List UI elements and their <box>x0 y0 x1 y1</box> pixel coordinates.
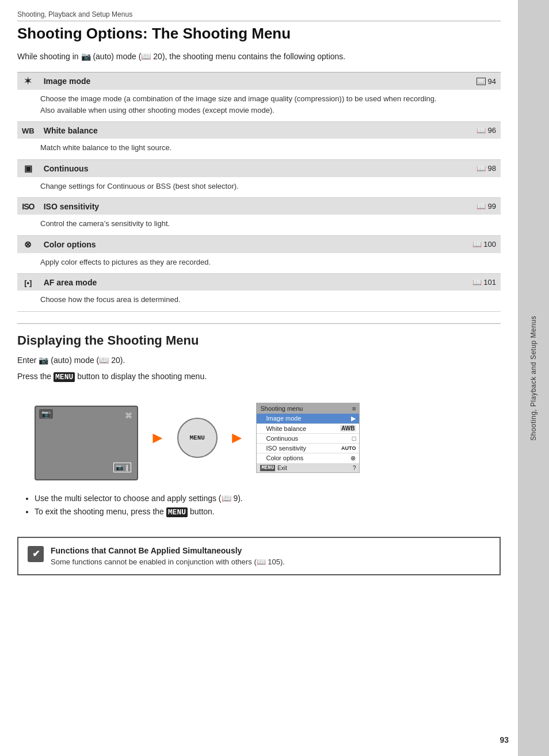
menu-button-circle[interactable]: MENU <box>177 418 218 458</box>
page-number: 93 <box>500 735 509 744</box>
sm-row-image-mode[interactable]: Image mode ▶ <box>257 414 359 424</box>
bullet-item-1: Use the multi selector to choose and app… <box>35 492 501 506</box>
color-options-page: 📖 100 <box>345 235 501 253</box>
white-balance-icon: WB <box>17 122 39 139</box>
main-content: Shooting, Playback and Setup Menus Shoot… <box>0 0 518 756</box>
menu-row-af-desc: Choose how the focus area is determined. <box>17 291 501 311</box>
white-balance-label: White balance <box>39 122 345 139</box>
sm-row-color-options-label: Color options <box>266 455 303 461</box>
menu-row-iso-header: ISO ISO sensitivity 📖 99 <box>17 198 501 215</box>
sm-row-white-balance[interactable]: White balance AWB <box>257 424 359 434</box>
arrow-right-2: ► <box>229 429 245 447</box>
continuous-desc: Change settings for Continuous or BSS (b… <box>17 177 501 198</box>
displaying-intro-2: Press the MENU button to display the sho… <box>17 370 501 384</box>
sm-row-color-options[interactable]: Color options ⊗ <box>257 453 359 464</box>
displaying-section-title: Displaying the Shooting Menu <box>17 333 501 348</box>
af-icon: [•] <box>17 274 39 291</box>
shooting-menu-panel-header: Shooting menu ≡ <box>257 403 359 414</box>
sm-row-white-balance-icon: AWB <box>340 425 356 432</box>
menu-row-color-options-desc: Apply color effects to pictures as they … <box>17 253 501 274</box>
color-options-desc: Apply color effects to pictures as they … <box>17 253 501 274</box>
iso-label: ISO sensitivity <box>39 198 345 215</box>
shooting-menu-icon: ≡ <box>352 405 356 412</box>
diagram-container: 📷 ⌘ 📷 ‖ ► MENU ► Shooting menu ≡ Image m… <box>35 395 501 480</box>
section-divider <box>17 323 501 324</box>
menu-row-image-mode-desc: Choose the image mode (a combination of … <box>17 90 501 122</box>
book-icon: 📖 <box>476 78 486 85</box>
menu-row-continuous-header: ▣ Continuous 📖 98 <box>17 159 501 177</box>
sm-row-continuous-label: Continuous <box>266 435 298 442</box>
af-desc: Choose how the focus area is determined. <box>17 291 501 311</box>
continuous-label: Continuous <box>39 159 345 177</box>
color-options-label: Color options <box>39 235 345 253</box>
sm-row-image-mode-label: Image mode <box>266 415 301 422</box>
camera-screen: 📷 ⌘ 📷 ‖ <box>35 406 138 480</box>
camera-mode-symbol: 📷 <box>39 409 53 419</box>
sm-row-iso[interactable]: ISO sensitivity AUTO <box>257 444 359 453</box>
continuous-page: 📖 98 <box>345 159 501 177</box>
shooting-menu-panel-footer: MENU Exit ? <box>257 464 359 472</box>
side-tab: Shooting, Playback and Setup Menus <box>518 0 549 756</box>
menu-row-image-mode-header: ✶ Image mode 📖 94 <box>17 72 501 90</box>
camera-screen-bottom-info: 📷 ‖ <box>113 463 131 472</box>
sm-footer-exit-label: Exit <box>277 465 287 471</box>
menu-row-af-header: [•] AF area mode 📖 101 <box>17 274 501 291</box>
bullet-list: Use the multi selector to choose and app… <box>17 492 501 520</box>
section-header: Shooting, Playback and Setup Menus <box>17 10 501 21</box>
menu-button-label: MENU <box>54 372 75 382</box>
iso-page: 📖 99 <box>345 198 501 215</box>
shooting-menu-title: Shooting menu <box>260 405 303 412</box>
note-icon: ✔ <box>28 546 44 562</box>
sm-row-iso-label: ISO sensitivity <box>266 445 306 452</box>
menu-row-continuous-desc: Change settings for Continuous or BSS (b… <box>17 177 501 198</box>
sm-row-continuous[interactable]: Continuous □ <box>257 434 359 444</box>
menu-table: ✶ Image mode 📖 94 Choose the image mode … <box>17 72 501 312</box>
sm-row-color-options-icon: ⊗ <box>350 455 356 462</box>
displaying-intro-1: Enter 📷 (auto) mode (📖 20). <box>17 354 501 366</box>
color-options-icon: ⊗ <box>17 235 39 253</box>
white-balance-page: 📖 96 <box>345 122 501 139</box>
sm-row-image-mode-arrow: ▶ <box>351 415 356 422</box>
menu-bold-exit: MENU <box>166 507 188 517</box>
intro-text: While shooting in 📷 (auto) mode (📖 20), … <box>17 51 501 63</box>
af-label: AF area mode <box>39 274 345 291</box>
image-mode-icon: ✶ <box>17 72 39 90</box>
af-page: 📖 101 <box>345 274 501 291</box>
menu-row-white-balance-desc: Match white balance to the light source. <box>17 139 501 159</box>
sm-row-continuous-icon: □ <box>352 435 356 442</box>
continuous-icon: ▣ <box>17 159 39 177</box>
iso-icon: ISO <box>17 198 39 215</box>
menu-row-iso-desc: Control the camera’s sensitivity to ligh… <box>17 215 501 235</box>
note-text: Some functions cannot be enabled in conj… <box>51 558 285 566</box>
note-content: Functions that Cannot Be Applied Simulta… <box>51 546 285 566</box>
camera-screen-wifi: ⌘ <box>125 411 132 420</box>
white-balance-desc: Match white balance to the light source. <box>17 139 501 159</box>
sm-footer-menu-label: MENU <box>260 465 275 471</box>
sm-footer-help-icon: ? <box>353 465 356 471</box>
menu-row-white-balance-header: WB White balance 📖 96 <box>17 122 501 139</box>
image-mode-label: Image mode <box>39 72 345 90</box>
note-title: Functions that Cannot Be Applied Simulta… <box>51 546 285 555</box>
shooting-menu-panel: Shooting menu ≡ Image mode ▶ White balan… <box>256 403 360 473</box>
image-mode-page: 📖 94 <box>345 72 501 90</box>
menu-row-color-options-header: ⊗ Color options 📖 100 <box>17 235 501 253</box>
page-wrapper: Shooting, Playback and Setup Menus Shoot… <box>0 0 549 756</box>
bullet-item-2: To exit the shooting menu, press the MEN… <box>35 505 501 519</box>
sm-row-white-balance-label: White balance <box>266 425 306 432</box>
sm-row-iso-icon: AUTO <box>341 445 356 451</box>
note-box: ✔ Functions that Cannot Be Applied Simul… <box>17 537 501 575</box>
iso-desc: Control the camera’s sensitivity to ligh… <box>17 215 501 235</box>
arrow-right-1: ► <box>150 429 166 447</box>
page-title: Shooting Options: The Shooting Menu <box>17 25 501 43</box>
image-mode-desc: Choose the image mode (a combination of … <box>17 90 501 122</box>
